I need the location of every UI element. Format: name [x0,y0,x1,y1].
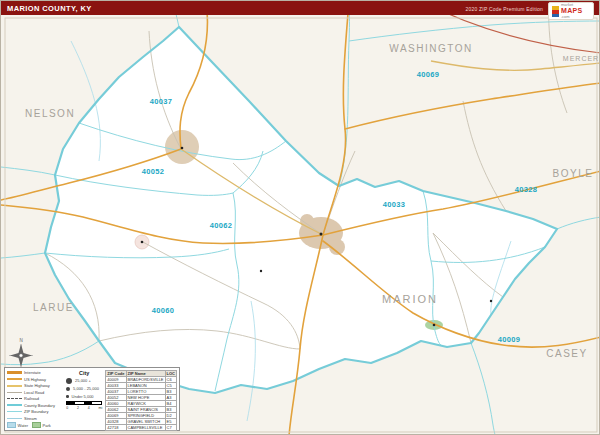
zip-code-header: ZIP Code [106,371,126,377]
legend-row-county-boundary: County Boundary [7,403,63,408]
name-cell: CAMPBELLSVILLE [126,425,165,431]
water-swatch-icon [7,422,16,428]
legend-label: Stream [24,416,37,421]
zip-label-40062: 40062 [210,221,232,230]
legend-row-state-highway: State Highway [7,383,63,388]
legend-label: County Boundary [24,403,55,408]
loc-cell: C7 [165,425,176,431]
brand-logo: market MAPS .com [548,2,594,20]
legend-park-item: Park [32,422,51,428]
city-section-title: City [79,370,89,376]
logo-text: market MAPS .com [561,3,582,19]
edition-label: 2020 ZIP Code Premium Edition [466,6,543,12]
county-label-boyle: BOYLE [553,168,594,179]
zip-label-40037: 40037 [150,97,172,106]
medium-city-dot-icon [66,387,70,391]
loc-header: LOC [165,371,176,377]
legend-label: Park [43,423,51,428]
railroad-line-icon [7,398,22,399]
title-bar: MARION COUNTY, KY 2020 ZIP Code Premium … [1,1,599,15]
city-size-medium: 5,000 - 25,000 [66,385,99,392]
state-highway-line-icon [7,385,22,387]
stream-line-icon [7,418,22,419]
county-label-marion: MARION [382,293,438,305]
zip-label-40328: 40328 [515,185,537,194]
legend-label: US Highway [24,377,46,382]
legend-label: Railroad [24,396,39,401]
county-label-casey: CASEY [546,348,587,359]
city-size-large: 25,000 + [66,377,99,384]
name-cell: GRAVEL SWITCH [126,419,165,425]
scale-labels: 0 2 4 mi [66,406,102,410]
legend-line-samples: Interstate US Highway State Highway Loca… [7,370,63,428]
legend-city-column: City 25,000 + 5,000 - 25,000 Under 5,000… [66,370,102,428]
scale-start: 0 [66,406,68,410]
map-page: N NELSON WASHINGTON MERCER BOYLE LARUE M… [0,0,600,435]
zip-label-40069: 40069 [417,70,439,79]
map-legend: Interstate US Highway State Highway Loca… [4,367,180,431]
city-size-rows: 25,000 + 5,000 - 25,000 Under 5,000 [66,377,99,400]
small-city-dot-icon [66,395,69,398]
county-label-mercer: MERCER [563,55,599,62]
county-label-larue: LARUE [33,302,74,313]
county-boundary-line-icon [7,404,22,406]
large-city-dot-icon [66,378,72,384]
legend-label: State Highway [24,383,50,388]
scale-end: 4 [88,406,90,410]
legend-label: Under 5,000 [72,394,94,399]
zip-cell: 42718 [106,425,126,431]
city-size-small: Under 5,000 [66,393,99,400]
county-label-washington: WASHINGTON [389,43,472,54]
interstate-line-icon [7,371,22,374]
page-title: MARION COUNTY, KY [1,4,92,13]
legend-water-item: Water [7,422,28,428]
park-swatch-icon [32,422,41,428]
legend-row-us-highway: US Highway [7,377,63,382]
legend-row-stream: Stream [7,416,63,421]
table-row: 42718 CAMPBELLSVILLE C7 [106,425,177,431]
legend-label: 25,000 + [75,378,91,383]
logo-suffix-text: .com [561,15,582,19]
legend-row-local-road: Local Road [7,390,63,395]
zip-label-40060: 40060 [152,306,174,315]
zip-label-40052: 40052 [142,167,164,176]
legend-label: Interstate [24,370,41,375]
legend-label: ZIP Boundary [24,409,48,414]
legend-label: Water [18,423,29,428]
logo-flag-icon [552,6,559,17]
name-cell: BRADFORDSVILLE [126,377,165,383]
zip-code-table: ZIP Code ZIP Name LOC 40009 BRADFORDSVIL… [105,370,177,428]
zip-label-40009: 40009 [498,335,520,344]
local-road-line-icon [7,392,22,393]
scale-unit: mi [98,406,102,410]
scale-mid: 2 [77,406,79,410]
scale-bar [66,401,102,405]
legend-row-zip-boundary: ZIP Boundary [7,409,63,414]
legend-row-railroad: Railroad [7,396,63,401]
us-highway-line-icon [7,378,22,380]
legend-row-interstate: Interstate [7,370,63,375]
legend-label: 5,000 - 25,000 [73,386,99,391]
legend-area-swatches: Water Park [7,422,63,428]
compass-north-label: N [19,338,22,343]
zip-label-40033: 40033 [383,200,405,209]
zip-boundary-line-icon [7,411,22,412]
county-label-nelson: NELSON [25,108,75,119]
legend-label: Local Road [24,390,44,395]
